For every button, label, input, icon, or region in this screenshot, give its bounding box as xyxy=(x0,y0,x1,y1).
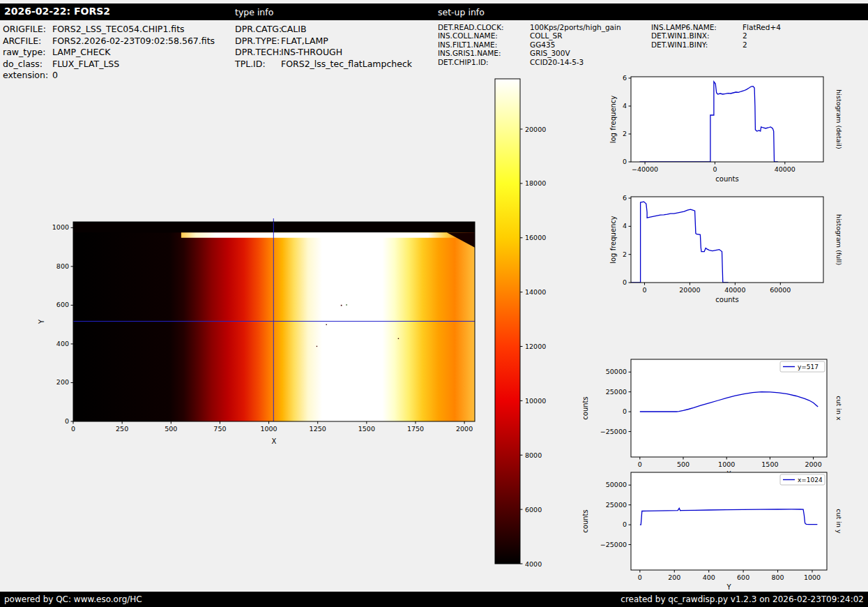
info-label: DPR.TECH: xyxy=(235,47,281,59)
info-label: DET.CHIP1.ID: xyxy=(438,58,530,66)
tick-label: 60000 xyxy=(770,286,791,294)
tick-label: 20000 xyxy=(679,286,700,294)
colorbar-tick-label: 8000 xyxy=(525,451,542,459)
file-info-block: ORIGFILE:FORS2_LSS_TEC054.CHIP1.fits ARC… xyxy=(3,24,215,82)
type-info-header: type info xyxy=(235,7,273,17)
colorbar: 2000018000160001400012000100008000600040… xyxy=(488,70,572,579)
info-label: ORIGFILE: xyxy=(3,24,52,36)
bad-pixel xyxy=(341,305,342,306)
colorbar-tick-label: 10000 xyxy=(525,397,546,405)
info-value: LAMP_CHECK xyxy=(52,47,110,59)
cut-in-y-chart: 02004006008001000−2500002500050000Ycount… xyxy=(577,462,842,594)
right-side-label: histogram (full) xyxy=(835,214,843,265)
info-row: DPR.TYPE:FLAT,LAMP xyxy=(235,36,412,47)
info-row: extension:0 xyxy=(3,70,215,82)
info-row: TPL.ID:FORS2_lss_tec_flatLampcheck xyxy=(235,59,412,70)
info-value: 0 xyxy=(52,70,58,82)
page-title: 2026-02-22: FORS2 xyxy=(4,6,110,17)
ccd-bright-stripe xyxy=(181,232,475,237)
y-axis-label: counts xyxy=(581,509,589,532)
tick-label: 50000 xyxy=(606,368,627,375)
tick-label: 1500 xyxy=(358,425,375,433)
info-value: 100Kps/2ports/high_gain xyxy=(530,23,621,31)
colorbar-tick-label: 18000 xyxy=(525,179,546,187)
tick-label: 50000 xyxy=(606,481,627,488)
tick-label: 1000 xyxy=(260,425,277,433)
tick-label: 200 xyxy=(56,378,69,386)
type-info-block: DPR.CATG:CALIB DPR.TYPE:FLAT,LAMP DPR.TE… xyxy=(235,24,412,70)
info-value: FLUX_FLAT_LSS xyxy=(52,59,119,70)
info-row: do_class:FLUX_FLAT_LSS xyxy=(3,59,215,70)
legend-label: x=1024 xyxy=(798,477,823,484)
tick-label: 1250 xyxy=(310,425,326,433)
tick-label: 0 xyxy=(65,417,69,425)
info-row: DPR.TECH:INS-THROUGH xyxy=(235,47,412,59)
tick-label: 2 xyxy=(623,250,627,258)
info-value: 2 xyxy=(743,40,747,49)
x-axis-label: counts xyxy=(715,296,738,304)
tick-label: 2 xyxy=(623,130,627,137)
info-row: DET.WIN1.BINY:2 xyxy=(651,40,781,49)
tick-label: 750 xyxy=(213,425,226,433)
tick-label: 600 xyxy=(737,574,749,581)
tick-label: 25000 xyxy=(606,501,627,509)
tick-label: 1000 xyxy=(52,223,69,231)
info-row: INS.GRIS1.NAME:GRIS_300V xyxy=(438,49,621,57)
tick-label: 1000 xyxy=(804,574,821,581)
tick-label: 2000 xyxy=(456,425,473,433)
info-row: DET.READ.CLOCK:100Kps/2ports/high_gain xyxy=(438,23,621,31)
setup-info-header: set-up info xyxy=(438,7,485,17)
tick-label: 0 xyxy=(71,425,75,433)
tick-label: 0 xyxy=(623,278,627,286)
tick-label: 800 xyxy=(56,262,69,270)
plot-background xyxy=(631,197,823,283)
plot-background xyxy=(631,77,823,162)
footer-powered-by: powered by QC: www.eso.org/HC xyxy=(4,594,142,604)
right-side-label: cut in x xyxy=(835,396,843,421)
info-value: FlatRed+4 xyxy=(743,23,781,31)
y-axis-label: counts xyxy=(581,396,589,419)
colorbar-tick-label: 20000 xyxy=(525,126,546,133)
info-label: do_class: xyxy=(3,59,52,70)
colorbar-gradient xyxy=(495,79,520,564)
qc-rawdisp-page: 2026-02-22: FORS2 type info set-up info … xyxy=(0,0,868,607)
tick-label: 0 xyxy=(713,165,717,173)
tick-label: 500 xyxy=(165,425,177,433)
tick-label: 800 xyxy=(771,574,784,581)
ccd-image xyxy=(73,222,475,421)
info-value: FORS2_lss_tec_flatLampcheck xyxy=(281,59,412,70)
y-axis-label: log frequency xyxy=(609,216,617,264)
tick-label: 40000 xyxy=(724,286,745,294)
info-label: extension: xyxy=(3,70,52,82)
header-bar: 2026-02-22: FORS2 type info set-up info xyxy=(0,3,868,20)
bad-pixel xyxy=(346,304,347,305)
tick-label: 1750 xyxy=(407,425,424,433)
info-label: DPR.TYPE: xyxy=(235,36,281,47)
plot-background xyxy=(631,472,827,570)
info-value: GRIS_300V xyxy=(530,49,570,57)
tick-label: 0 xyxy=(642,286,646,294)
colorbar-tick-label: 4000 xyxy=(525,560,542,568)
main-image-plot: 0250500750100012501500175020000200400600… xyxy=(28,209,488,450)
tick-label: 40000 xyxy=(775,165,795,173)
info-row: raw_type:LAMP_CHECK xyxy=(3,47,215,59)
info-row: ORIGFILE:FORS2_LSS_TEC054.CHIP1.fits xyxy=(3,24,215,36)
info-label: INS.FILT1.NAME: xyxy=(438,40,530,49)
tick-label: 0 xyxy=(623,158,627,165)
info-value: FORS2_LSS_TEC054.CHIP1.fits xyxy=(52,24,185,36)
tick-label: 0 xyxy=(623,520,627,528)
x-axis-label: X xyxy=(272,437,277,445)
info-row: ARCFILE:FORS2.2026-02-23T09:02:58.567.fi… xyxy=(3,36,215,47)
ccd-image-body xyxy=(73,222,475,421)
y-axis-label: Y xyxy=(38,319,45,324)
x-axis-label: counts xyxy=(715,175,738,183)
info-value: FORS2.2026-02-23T09:02:58.567.fits xyxy=(52,36,215,47)
info-row: DPR.CATG:CALIB xyxy=(235,24,412,36)
footer-created-by: created by qc_rawdisp.py v1.2.3 on 2026-… xyxy=(620,594,864,604)
tick-label: 0 xyxy=(623,407,627,415)
info-row: INS.COLL.NAME:COLL_SR xyxy=(438,31,621,40)
info-label: DPR.CATG: xyxy=(235,24,281,36)
histogram-full-chart: 02000040000600000246countslog frequencyh… xyxy=(577,186,842,315)
info-label: DET.READ.CLOCK: xyxy=(438,23,530,31)
info-value: CCID20-14-5-3 xyxy=(530,58,584,66)
